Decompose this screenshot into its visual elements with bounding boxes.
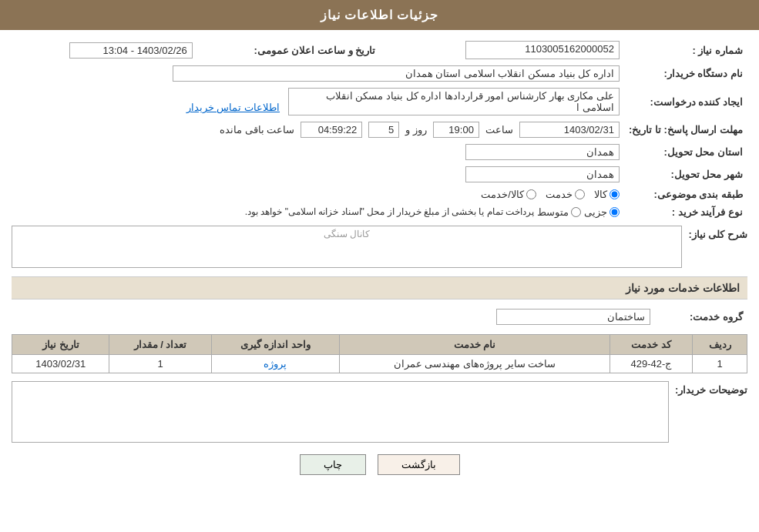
service-group-label: گروه خدمت: bbox=[655, 306, 747, 328]
buyer-label: نام دستگاه خریدار: bbox=[624, 62, 747, 85]
category-label: طبقه بندی موضوعی: bbox=[624, 186, 747, 203]
col-code: کد خدمت bbox=[610, 335, 693, 355]
deadline-time-label: ساعت bbox=[485, 124, 513, 136]
announce-date-label: تاریخ و ساعت اعلان عمومی: bbox=[197, 38, 381, 62]
need-desc-label: شرح کلی نیاز: bbox=[688, 226, 747, 240]
buyer-desc-textarea[interactable] bbox=[12, 381, 669, 443]
need-number-input: 1103005162000052 bbox=[465, 41, 620, 59]
deadline-days-label: روز و bbox=[405, 124, 427, 136]
deadline-date: 1403/02/31 bbox=[519, 122, 620, 138]
purchase-note: پرداخت تمام یا بخشی از مبلغ خریدار از مح… bbox=[245, 206, 534, 217]
contact-link[interactable]: اطلاعات تماس خریدار bbox=[186, 102, 280, 113]
creator-label: ایجاد کننده درخواست: bbox=[624, 85, 747, 119]
category-both[interactable]: کالا/خدمت bbox=[481, 189, 536, 200]
city-label: شهر محل تحویل: bbox=[624, 163, 747, 186]
buyer-desc-label: توضیحات خریدار: bbox=[675, 381, 747, 396]
deadline-remaining: 04:59:22 bbox=[301, 122, 362, 138]
deadline-days: 5 bbox=[368, 122, 399, 138]
purchase-type-label: نوع فرآیند خرید : bbox=[624, 203, 747, 221]
province-label: استان محل تحویل: bbox=[624, 141, 747, 163]
creator-value: علی مکاری بهار کارشناس امور قراردادها اد… bbox=[12, 85, 624, 119]
table-row: 1 ج-42-429 ساخت سایر پروژه‌های مهندسی عم… bbox=[12, 355, 747, 373]
col-name: نام خدمت bbox=[340, 335, 610, 355]
page-header: جزئیات اطلاعات نیاز bbox=[0, 0, 759, 30]
purchase-type-mota[interactable]: متوسط bbox=[537, 206, 581, 218]
announce-date-value: 1403/02/26 - 13:04 bbox=[12, 38, 197, 62]
col-unit: واحد اندازه گیری bbox=[211, 335, 340, 355]
col-date: تاریخ نیاز bbox=[12, 335, 109, 355]
need-number-value: 1103005162000052 bbox=[395, 38, 624, 62]
deadline-label: مهلت ارسال پاسخ: تا تاریخ: bbox=[624, 119, 747, 141]
deadline-time: 19:00 bbox=[433, 122, 479, 138]
category-khedmat[interactable]: خدمت bbox=[546, 189, 585, 200]
back-button[interactable]: بازگشت bbox=[378, 454, 460, 475]
buttons-row: بازگشت چاپ bbox=[12, 454, 747, 475]
services-table: ردیف کد خدمت نام خدمت واحد اندازه گیری ت… bbox=[12, 334, 747, 373]
print-button[interactable]: چاپ bbox=[300, 454, 366, 475]
services-section-title: اطلاعات خدمات مورد نیاز bbox=[12, 276, 747, 299]
col-qty: تعداد / مقدار bbox=[109, 335, 211, 355]
province-value: همدان bbox=[465, 144, 620, 160]
deadline-remaining-label: ساعت باقی مانده bbox=[220, 124, 294, 136]
buyer-value: اداره کل بنیاد مسکن انقلاب اسلامی استان … bbox=[12, 62, 624, 85]
service-group-value: ساختمان bbox=[496, 309, 650, 325]
category-kala[interactable]: کالا bbox=[594, 189, 620, 200]
purchase-type-jozi[interactable]: جزیی bbox=[584, 206, 620, 218]
city-value: همدان bbox=[465, 166, 620, 182]
page-title: جزئیات اطلاعات نیاز bbox=[321, 8, 439, 22]
need-desc-textarea[interactable] bbox=[12, 226, 682, 268]
need-number-label: شماره نیاز : bbox=[624, 38, 747, 62]
col-row: ردیف bbox=[693, 335, 747, 355]
